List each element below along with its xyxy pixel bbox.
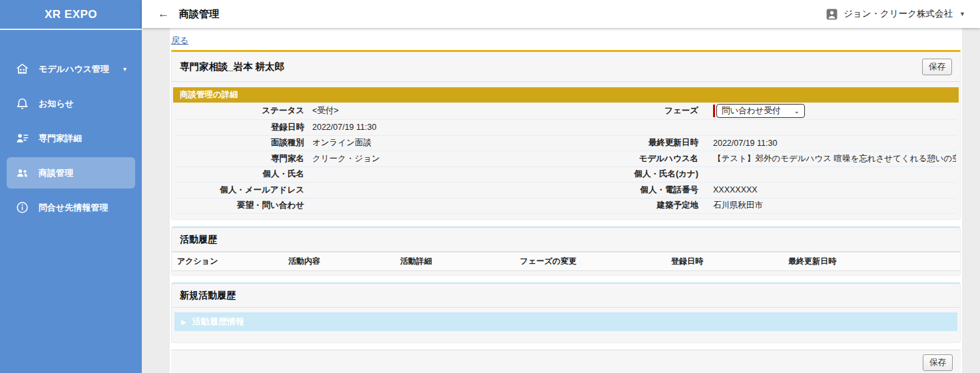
field-value-left: <受付>	[312, 105, 547, 117]
app-window: XR EXPO モデルハウス管理 ▾ お知らせ 専門家詳細	[0, 0, 980, 373]
phase-select-value: 問い合わせ受付	[722, 105, 780, 117]
new-activity-title: 新規活動履歴	[172, 284, 960, 308]
field-value-right: 問い合わせ受付 問い合わせ受付 ⌄	[706, 103, 956, 119]
sidebar-item-label: お知らせ	[39, 98, 74, 110]
form-row: 面談種別 オンライン面談 最終更新日時 2022/07/19 11:30 202…	[176, 136, 956, 152]
field-label-right: モデルハウス名	[547, 153, 706, 165]
right-pane: ← 商談管理 ジョン・クリーク株式会社 ▼ 戻る 専門家相談_岩本 耕太郎 保存…	[142, 0, 980, 373]
form-row: 個人・氏名 個人・氏名(カナ) ⌄	[176, 167, 956, 183]
field-value-right: XXXXXXXX XXXXXXXX ⌄	[706, 185, 956, 194]
activity-history-title: 活動履歴	[172, 228, 960, 252]
detail-form: ステータス <受付> フェーズ 問い合わせ受付 問い合わせ受付	[172, 103, 960, 219]
detail-card: 専門家相談_岩本 耕太郎 保存 商談管理の詳細 ステータス <受付> フェーズ	[171, 50, 961, 220]
account-name: ジョン・クリーク株式会社	[844, 8, 953, 20]
field-value-right-text: 【テスト】郊外のモデルハウス 喧噪を忘れさせてくれる憩いの空間	[713, 154, 956, 163]
form-row: 個人・メールアドレス 個人・電話番号 XXXXXXXX XXXXXXXX	[176, 183, 956, 198]
account-menu[interactable]: ジョン・クリーク株式会社 ▼	[826, 8, 965, 21]
field-label-right: 最終更新日時	[547, 137, 706, 149]
activity-column-header: アクション	[172, 256, 283, 267]
activity-column-header: 最終更新日時	[783, 256, 960, 267]
save-button-bottom[interactable]: 保存	[923, 354, 953, 371]
detail-section-header: 商談管理の詳細	[173, 87, 959, 103]
main-area: 戻る 専門家相談_岩本 耕太郎 保存 商談管理の詳細 ステータス <受付>	[142, 28, 980, 373]
sidebar: XR EXPO モデルハウス管理 ▾ お知らせ 専門家詳細	[0, 0, 142, 373]
sidebar-item[interactable]: 専門家詳細	[7, 123, 135, 154]
field-label-left: 要望・問い合わせ	[176, 200, 312, 211]
bell-icon	[15, 97, 29, 111]
sidebar-item[interactable]: モデルハウス管理 ▾	[7, 53, 135, 85]
top-header: ← 商談管理 ジョン・クリーク株式会社 ▼	[142, 0, 980, 28]
page-title: 専門家相談_岩本 耕太郎	[180, 61, 284, 73]
collapse-bar-label: 活動履歴情報	[192, 316, 244, 328]
activity-column-header: 活動詳細	[395, 256, 515, 267]
field-label-right: 個人・電話番号	[547, 185, 706, 196]
field-value-right-text: 2022/07/19 11:30	[713, 139, 777, 148]
back-arrow-icon[interactable]: ←	[158, 7, 169, 21]
sidebar-item-label: 問合せ先情報管理	[39, 202, 108, 214]
field-label-left: 個人・氏名	[176, 169, 312, 180]
field-value-right: 【テスト】郊外のモデルハウス 喧噪を忘れさせてくれる憩いの空間 【テスト】郊外の…	[706, 153, 956, 165]
activity-column-header: 活動内容	[283, 256, 395, 267]
form-row: 要望・問い合わせ 建築予定地 石川県秋田市 石川県秋田市	[176, 198, 956, 214]
back-link[interactable]: 戻る	[171, 35, 188, 47]
sidebar-item-label: モデルハウス管理	[39, 63, 109, 75]
field-label-right: フェーズ	[547, 105, 706, 117]
inquiry-info-icon	[15, 200, 29, 214]
header-title: 商談管理	[179, 8, 219, 21]
sidebar-item-label: 商談管理	[39, 167, 73, 179]
sidebar-item-label: 専門家詳細	[39, 133, 82, 145]
form-row: ステータス <受付> フェーズ 問い合わせ受付 問い合わせ受付	[176, 103, 956, 120]
save-button-top[interactable]: 保存	[922, 59, 952, 75]
detail-title-row: 専門家相談_岩本 耕太郎 保存	[172, 52, 960, 82]
activity-column-header: フェーズの変更	[515, 256, 666, 267]
field-value-left: クリーク・ジョン	[312, 153, 547, 165]
form-row: 登録日時 2022/07/19 11:30 ⌄	[176, 120, 956, 136]
modelhouse-icon	[15, 62, 29, 76]
field-label-left: ステータス	[176, 105, 312, 117]
form-row: 専門家名 クリーク・ジョン モデルハウス名 【テスト】郊外のモデルハウス 喧噪を…	[176, 151, 956, 167]
field-value-right: 2022/07/19 11:30 2022/07/19 11:30 ⌄	[706, 139, 956, 148]
activity-table-header: アクション 活動内容 活動詳細 フェーズの変更 登録日時 最終更新日時	[172, 252, 960, 271]
collapse-arrow-icon: ▶	[181, 318, 186, 326]
chevron-down-icon: ▾	[123, 65, 126, 73]
required-marker	[713, 105, 715, 117]
field-value-left: 2022/07/19 11:30	[312, 123, 547, 132]
footer-bar: 保存	[171, 350, 961, 373]
field-label-left: 個人・メールアドレス	[176, 185, 312, 196]
sidebar-nav: モデルハウス管理 ▾ お知らせ 専門家詳細 商談管理	[0, 30, 142, 226]
field-label-right: 建築予定地	[547, 200, 706, 211]
activity-column-header: 登録日時	[666, 256, 783, 267]
account-caret-icon: ▼	[959, 11, 965, 17]
phase-select[interactable]: 問い合わせ受付 ⌄	[713, 104, 805, 118]
sidebar-item[interactable]: お知らせ	[7, 88, 135, 119]
field-label-left: 登録日時	[176, 122, 312, 133]
field-value-left: オンライン面談	[312, 137, 547, 149]
field-value-right: 石川県秋田市 石川県秋田市 ⌄	[706, 200, 956, 211]
field-label-right: 個人・氏名(カナ)	[547, 169, 706, 180]
field-value-right-text: XXXXXXXX	[713, 185, 758, 194]
sidebar-item[interactable]: 問合せ先情報管理	[7, 192, 135, 223]
activity-info-collapse-bar[interactable]: ▶ 活動履歴情報	[174, 312, 957, 331]
activity-history-card: 活動履歴 アクション 活動内容 活動詳細 フェーズの変更 登録日時	[171, 226, 961, 276]
sidebar-item[interactable]: 商談管理	[7, 157, 135, 188]
avatar-icon	[826, 8, 838, 21]
field-label-left: 面談種別	[176, 137, 312, 149]
field-label-left: 専門家名	[176, 153, 312, 165]
app-logo: XR EXPO	[0, 0, 142, 30]
content-column: 戻る 専門家相談_岩本 耕太郎 保存 商談管理の詳細 ステータス <受付>	[170, 28, 962, 373]
expert-detail-icon	[15, 131, 29, 145]
field-value-right-text: 石川県秋田市	[713, 200, 763, 210]
select-chevron-icon: ⌄	[794, 107, 800, 115]
negotiation-icon	[15, 166, 29, 180]
new-activity-card: 新規活動履歴 ▶ 活動履歴情報	[171, 282, 961, 343]
